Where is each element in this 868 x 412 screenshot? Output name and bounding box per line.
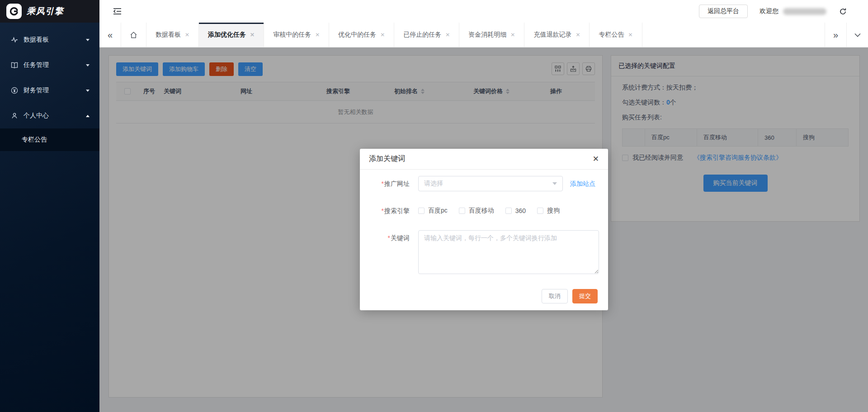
- close-icon[interactable]: ✕: [593, 155, 599, 163]
- tab-stopped-tasks[interactable]: 已停止的任务✕: [394, 23, 459, 47]
- sidebar: 乘风引擎 数据看板 任务管理 财务管理 个人: [0, 0, 99, 412]
- book-icon: [11, 62, 19, 69]
- sidebar-item-personal[interactable]: 个人中心: [0, 103, 99, 128]
- tab-dashboard[interactable]: 数据看板✕: [146, 23, 199, 47]
- chevron-down-icon: [86, 39, 90, 41]
- tab-announcements[interactable]: 专栏公告✕: [590, 23, 642, 47]
- engine-checkbox-baidu-mobile[interactable]: 百度移动: [459, 207, 494, 215]
- keyword-input-row: *关键词: [371, 230, 599, 274]
- tab-optimizing-tasks[interactable]: 优化中的任务✕: [329, 23, 394, 47]
- promo-site-row: *推广网址 请选择 添加站点: [371, 176, 599, 191]
- tab-add-task[interactable]: 添加优化任务✕: [199, 23, 264, 47]
- required-asterisk: *: [382, 180, 384, 187]
- checkbox[interactable]: [505, 208, 512, 214]
- select-placeholder: 请选择: [424, 180, 552, 188]
- checkbox[interactable]: [459, 208, 465, 214]
- app-logo: 乘风引擎: [0, 0, 99, 23]
- yen-icon: [11, 87, 19, 94]
- promo-site-select[interactable]: 请选择: [418, 176, 563, 191]
- close-icon[interactable]: ✕: [250, 32, 255, 38]
- engine-checkbox-sogou[interactable]: 搜狗: [537, 207, 560, 215]
- close-icon[interactable]: ✕: [185, 32, 189, 38]
- close-icon[interactable]: ✕: [315, 32, 320, 38]
- app-title: 乘风引擎: [27, 5, 64, 17]
- close-icon[interactable]: ✕: [445, 32, 450, 38]
- chevron-down-icon: [86, 90, 90, 92]
- sidebar-fold-icon[interactable]: [113, 7, 123, 15]
- tabs-scroll-right-icon[interactable]: »: [825, 23, 846, 47]
- submit-button[interactable]: 提交: [572, 289, 598, 303]
- required-asterisk: *: [382, 207, 384, 214]
- tab-recharge-records[interactable]: 充值退款记录✕: [524, 23, 590, 47]
- user-icon: [11, 112, 19, 119]
- close-icon[interactable]: ✕: [380, 32, 385, 38]
- chevron-up-icon: [86, 115, 90, 117]
- username-redacted: [783, 8, 826, 15]
- sidebar-item-finance[interactable]: 财务管理: [0, 78, 99, 103]
- close-icon[interactable]: ✕: [576, 32, 580, 38]
- chevron-down-icon: [86, 64, 90, 66]
- required-asterisk: *: [388, 234, 390, 242]
- home-tab-icon[interactable]: [121, 23, 146, 47]
- sidebar-subitem-announcements[interactable]: 专栏公告: [0, 128, 99, 151]
- sidebar-item-dashboard[interactable]: 数据看板: [0, 27, 99, 52]
- engine-checkbox-baidu-pc[interactable]: 百度pc: [418, 207, 448, 215]
- sidebar-item-tasks[interactable]: 任务管理: [0, 52, 99, 78]
- tabs-menu-chevron-icon[interactable]: [846, 23, 868, 47]
- refresh-icon[interactable]: [838, 7, 847, 16]
- add-keyword-dialog: 添加关键词 ✕ *推广网址 请选择 添加站点 *搜索引擎 百度pc 百度移动: [360, 149, 608, 310]
- sidebar-menu: 数据看板 任务管理 财务管理 个人中心 专栏公告: [0, 23, 99, 151]
- logo-icon: [6, 4, 22, 19]
- cancel-button[interactable]: 取消: [542, 289, 568, 303]
- pulse-icon: [11, 36, 19, 43]
- close-icon[interactable]: ✕: [628, 32, 632, 38]
- tabs-scroll-left-icon[interactable]: «: [99, 23, 121, 47]
- checkbox[interactable]: [537, 208, 543, 214]
- back-to-platform-button[interactable]: 返回总平台: [699, 5, 748, 18]
- tab-bar: « 数据看板✕ 添加优化任务✕ 审核中的任务✕ 优化中的任务✕ 已停止的任务✕ …: [99, 23, 868, 47]
- checkbox[interactable]: [418, 208, 425, 214]
- tab-fund-details[interactable]: 资金消耗明细✕: [459, 23, 524, 47]
- engine-checkbox-360[interactable]: 360: [505, 207, 526, 214]
- search-engine-row: *搜索引擎 百度pc 百度移动 360 搜狗: [371, 203, 599, 218]
- welcome-label: 欢迎您: [760, 7, 778, 15]
- add-site-link[interactable]: 添加站点: [570, 176, 595, 191]
- tab-reviewing-tasks[interactable]: 审核中的任务✕: [264, 23, 329, 47]
- keywords-textarea[interactable]: [418, 230, 599, 274]
- chevron-down-icon: [552, 182, 557, 185]
- topbar: 返回总平台 欢迎您: [99, 0, 868, 23]
- close-icon[interactable]: ✕: [510, 32, 515, 38]
- dialog-title: 添加关键词: [369, 154, 405, 164]
